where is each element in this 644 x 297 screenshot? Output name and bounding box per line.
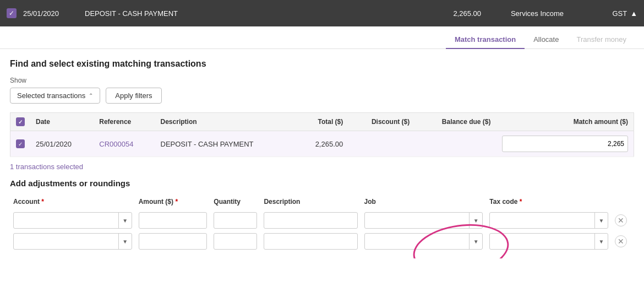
row-reference[interactable]: CR000054 — [94, 131, 155, 157]
chevron-down-icon: ⌃ — [89, 93, 93, 99]
adj-row2-remove-cell: ✕ — [612, 231, 634, 252]
adj-row1-account-input[interactable] — [14, 213, 118, 228]
adj-row2-amount-input[interactable] — [139, 233, 208, 250]
adj-col-description: Description — [260, 196, 361, 210]
row-checkbox-cell[interactable]: ✓ — [10, 131, 31, 157]
selected-transactions-info: 1 transactions selected — [10, 163, 634, 171]
transactions-table: ✓ Date Reference Description Total ($) D… — [10, 112, 634, 157]
adj-row2-job-cell: ▼ — [361, 231, 487, 252]
match-amount-input[interactable] — [502, 136, 628, 152]
adj-row2-amount-cell — [135, 231, 211, 252]
adj-row2-account-caret[interactable]: ▼ — [118, 234, 132, 249]
adj-row1-taxcode-input[interactable] — [490, 213, 594, 228]
header-date: 25/01/2020 — [23, 9, 78, 18]
adj-row1-description-cell — [260, 210, 361, 231]
tabs-row: Match transaction Allocate Transfer mone… — [0, 26, 644, 49]
col-header-balance-due: Balance due ($) — [415, 113, 496, 131]
adj-row1-account-caret[interactable]: ▼ — [118, 213, 132, 228]
show-label: Show — [10, 77, 634, 84]
adj-row2-description-input[interactable] — [264, 233, 357, 250]
adj-row1-job-cell: ▼ — [361, 210, 487, 231]
row-date: 25/01/2020 — [30, 131, 94, 157]
adj-row-1: ▼ ▼ — [10, 210, 634, 231]
adj-row2-description-cell — [260, 231, 361, 252]
header-description: DEPOSIT - CASH PAYMENT — [85, 9, 408, 18]
tab-allocate[interactable]: Allocate — [525, 31, 567, 49]
row-total: 2,265.00 — [296, 131, 349, 157]
row-match-amount[interactable] — [496, 131, 634, 157]
header-account: Services Income — [488, 9, 587, 18]
adj-col-account: Account * — [10, 196, 135, 210]
tab-match-transaction[interactable]: Match transaction — [446, 31, 525, 49]
row-balance-due — [415, 131, 496, 157]
adj-col-taxcode: Tax code * — [486, 196, 612, 210]
adj-row-2: ▼ ▼ — [10, 231, 634, 252]
adjustments-title: Add adjustments or roundings — [10, 179, 634, 188]
adj-row1-quantity-input[interactable] — [214, 212, 257, 229]
adj-row1-taxcode-caret[interactable]: ▼ — [594, 213, 608, 228]
adj-row1-remove-cell: ✕ — [612, 210, 634, 231]
header-gst: GST ▲ — [593, 9, 637, 18]
chevron-up-icon[interactable]: ▲ — [630, 9, 637, 18]
adj-col-job: Job — [361, 196, 487, 210]
table-row: ✓ 25/01/2020 CR000054 DEPOSIT - CASH PAY… — [10, 131, 634, 157]
row-description: DEPOSIT - CASH PAYMENT — [155, 131, 296, 157]
selected-transactions-dropdown[interactable]: Selected transactions ⌃ — [10, 88, 100, 104]
adj-row1-amount-input[interactable] — [139, 212, 208, 229]
header-amount: 2,265.00 — [415, 9, 481, 18]
adj-row2-quantity-input[interactable] — [214, 233, 257, 250]
adj-row1-remove-button[interactable]: ✕ — [615, 214, 627, 226]
adj-row1-quantity-cell — [210, 210, 260, 231]
adj-row1-amount-cell — [135, 210, 211, 231]
adj-row2-account-cell: ▼ — [10, 231, 135, 252]
apply-filters-button[interactable]: Apply filters — [106, 88, 161, 104]
adj-row2-remove-button[interactable]: ✕ — [615, 235, 627, 247]
col-header-total: Total ($) — [296, 113, 349, 131]
section-title: Find and select existing matching transa… — [10, 59, 634, 69]
row-discount — [348, 131, 415, 157]
adj-row2-account-input[interactable] — [14, 234, 118, 249]
col-header-match-amount: Match amount ($) — [496, 113, 634, 131]
adj-row2-quantity-cell — [210, 231, 260, 252]
adj-row1-taxcode-cell: ▼ — [486, 210, 612, 231]
adj-row2-taxcode-caret[interactable]: ▼ — [594, 234, 608, 249]
adj-row1-description-input[interactable] — [264, 212, 357, 229]
col-header-description: Description — [155, 113, 296, 131]
adj-row2-taxcode-cell: ▼ — [486, 231, 612, 252]
adj-row2-job-caret[interactable]: ▼ — [469, 234, 482, 249]
adj-col-amount: Amount ($) * — [135, 196, 211, 210]
adj-row1-job-caret[interactable]: ▼ — [469, 213, 482, 228]
filters-row: Selected transactions ⌃ Apply filters — [10, 88, 634, 104]
col-header-date: Date — [30, 113, 94, 131]
adj-row2-taxcode-input[interactable] — [490, 234, 594, 249]
col-header-reference: Reference — [94, 113, 155, 131]
col-header-discount: Discount ($) — [348, 113, 415, 131]
adj-col-quantity: Quantity — [210, 196, 260, 210]
adj-row1-account-cell: ▼ — [10, 210, 135, 231]
tab-transfer-money: Transfer money — [567, 31, 635, 49]
adj-row2-job-input[interactable] — [365, 234, 470, 249]
col-header-checkbox[interactable]: ✓ — [10, 113, 31, 131]
adjustments-table: Account * Amount ($) * Quantity Descript… — [10, 196, 634, 252]
header-checkbox[interactable]: ✓ — [7, 8, 17, 18]
transaction-header: ✓ 25/01/2020 DEPOSIT - CASH PAYMENT 2,26… — [0, 0, 644, 26]
main-content: Find and select existing matching transa… — [0, 49, 644, 258]
adj-row1-job-input[interactable] — [365, 213, 470, 228]
